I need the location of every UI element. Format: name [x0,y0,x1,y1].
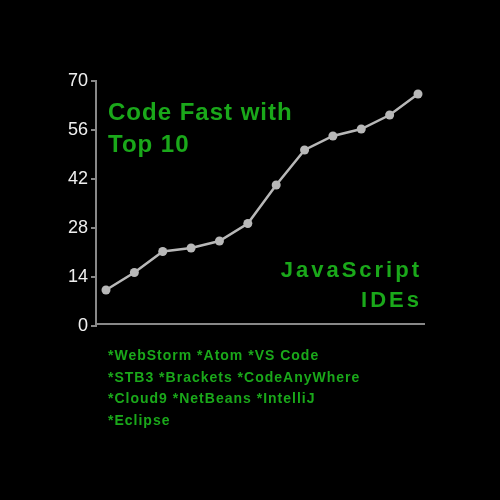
y-tick-mark [91,325,97,327]
y-axis-ticks: 01428425670 [0,78,88,328]
data-point [215,237,224,246]
data-point [272,181,281,190]
y-tick-mark [91,80,97,82]
y-tick-label: 14 [0,267,88,285]
y-tick-label: 56 [0,120,88,138]
data-point [385,111,394,120]
y-tick-label: 28 [0,218,88,236]
ide-list-line: *WebStorm *Atom *VS Code [108,345,360,367]
ide-list-line: *STB3 *Brackets *CodeAnyWhere [108,367,360,389]
y-tick-mark [91,129,97,131]
chart-title-bottom: JavaScriptIDEs [281,255,422,314]
y-tick-mark [91,227,97,229]
ide-list-line: *Cloud9 *NetBeans *IntelliJ [108,388,360,410]
data-point [102,286,111,295]
y-tick-label: 0 [0,316,88,334]
y-tick-label: 70 [0,71,88,89]
data-point [243,219,252,228]
chart-title-top: Code Fast withTop 10 [108,96,293,161]
data-point [357,125,366,134]
y-tick-label: 42 [0,169,88,187]
ide-list: *WebStorm *Atom *VS Code*STB3 *Brackets … [108,345,360,432]
ide-list-line: *Eclipse [108,410,360,432]
data-point [300,146,309,155]
y-tick-mark [91,178,97,180]
data-point [187,244,196,253]
data-point [328,132,337,141]
data-point [130,268,139,277]
data-point [158,247,167,256]
y-tick-mark [91,276,97,278]
data-point [414,90,423,99]
